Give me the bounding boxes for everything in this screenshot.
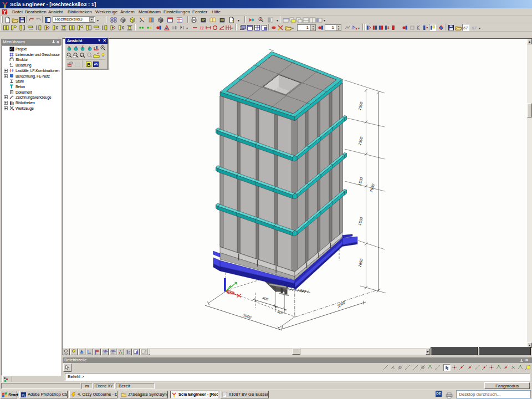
svg-text:ABC: ABC: [110, 350, 116, 352]
svg-text:11: 11: [200, 25, 204, 30]
svg-text:67: 67: [463, 25, 468, 30]
svg-text:B: B: [87, 62, 91, 67]
svg-text:0: 0: [129, 351, 130, 354]
svg-text:Ps: Ps: [22, 393, 26, 397]
svg-text:67: 67: [472, 25, 477, 30]
svg-text:ABC: ABC: [103, 350, 108, 352]
